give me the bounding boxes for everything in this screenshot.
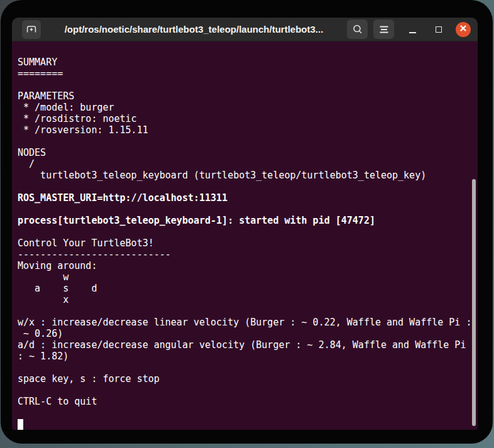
terminal-line: turtlebot3_teleop_keyboard (turtlebot3_t… <box>18 170 478 181</box>
terminal-line <box>18 181 478 192</box>
maximize-button[interactable] <box>431 21 447 38</box>
terminal-line: a/d : increase/decrease angular velocity… <box>18 339 478 351</box>
new-tab-icon <box>25 23 38 36</box>
terminal-line <box>18 204 478 215</box>
search-icon <box>351 23 364 36</box>
close-icon <box>459 24 468 35</box>
terminal-line <box>18 407 478 418</box>
new-tab-button[interactable] <box>22 20 41 39</box>
maximize-icon <box>436 26 442 33</box>
terminal-line: Moving around: <box>18 260 478 271</box>
terminal-line: Control Your TurtleBot3! <box>18 238 478 249</box>
terminal-text: SUMMARY========PARAMETERS * /model: burg… <box>18 45 478 430</box>
minimize-button[interactable] <box>404 21 420 38</box>
terminal-line: w <box>18 271 478 283</box>
terminal-line <box>18 418 478 430</box>
hamburger-menu-icon <box>378 23 390 36</box>
titlebar[interactable]: /opt/ros/noetic/share/turtlebot3_teleop/… <box>12 18 478 41</box>
terminal-line: w/x : increase/decrease linear velocity … <box>18 317 478 328</box>
window-controls <box>394 21 478 38</box>
terminal-output[interactable]: SUMMARY========PARAMETERS * /model: burg… <box>12 41 478 430</box>
terminal-line <box>18 136 478 147</box>
terminal-line <box>18 45 478 57</box>
terminal-line: ======== <box>18 68 478 79</box>
terminal-line <box>18 385 478 396</box>
menu-button[interactable] <box>373 19 394 39</box>
minimize-icon <box>409 32 416 33</box>
terminal-line: : ~ 1.82) <box>18 351 478 362</box>
terminal-line: ~ 0.26) <box>18 328 478 339</box>
terminal-window: /opt/ros/noetic/share/turtlebot3_teleop/… <box>12 18 478 430</box>
terminal-cursor <box>18 419 23 430</box>
terminal-line: ROS_MASTER_URI=http://localhost:11311 <box>18 192 478 204</box>
terminal-line: * /rosdistro: noetic <box>18 113 478 124</box>
terminal-line: --------------------------- <box>18 249 478 260</box>
window-title: /opt/ros/noetic/share/turtlebot3_teleop/… <box>41 24 347 35</box>
search-button[interactable] <box>347 19 368 39</box>
terminal-line: x <box>18 294 478 305</box>
terminal-line: process[turtlebot3_teleop_keyboard-1]: s… <box>18 215 478 226</box>
close-button[interactable] <box>456 22 471 37</box>
terminal-line: * /rosversion: 1.15.11 <box>18 124 478 136</box>
terminal-line: space key, s : force stop <box>18 373 478 385</box>
terminal-line: a s d <box>18 283 478 294</box>
terminal-line <box>18 362 478 373</box>
terminal-line: / <box>18 158 478 170</box>
terminal-line: NODES <box>18 147 478 158</box>
terminal-line: SUMMARY <box>18 57 478 68</box>
terminal-line: CTRL-C to quit <box>18 396 478 407</box>
terminal-line: PARAMETERS <box>18 90 478 102</box>
terminal-line <box>18 79 478 90</box>
scrollbar-thumb[interactable] <box>472 179 476 426</box>
terminal-line <box>18 305 478 317</box>
terminal-line: * /model: burger <box>18 102 478 113</box>
terminal-line <box>18 226 478 238</box>
